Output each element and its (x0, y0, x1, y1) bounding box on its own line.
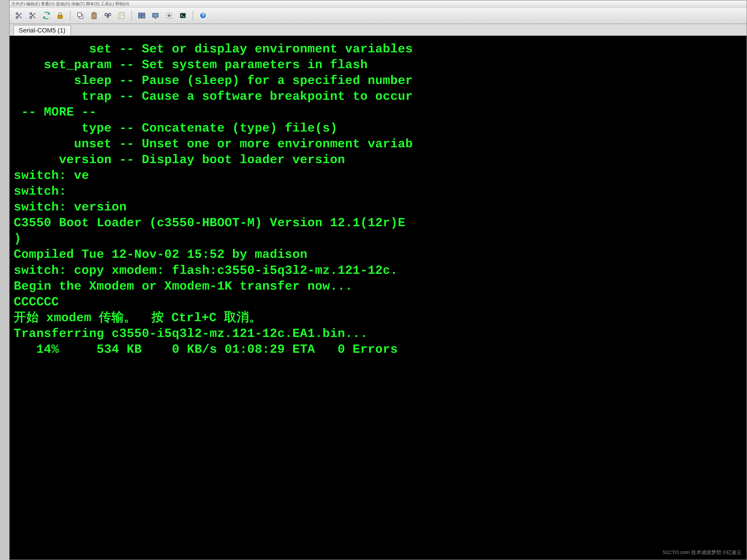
refresh-icon[interactable] (42, 11, 51, 20)
term-line: set_param -- Set system parameters in fl… (14, 57, 747, 73)
svg-rect-16 (152, 13, 158, 17)
svg-rect-18 (180, 13, 186, 18)
svg-point-0 (16, 12, 18, 15)
scissors-icon[interactable] (28, 11, 37, 20)
svg-point-9 (105, 13, 107, 16)
svg-rect-14 (138, 16, 141, 18)
svg-rect-12 (138, 13, 141, 15)
term-line: type -- Concatenate (type) file(s) (14, 120, 747, 136)
scissors-icon[interactable] (14, 11, 24, 20)
app-window: 文件(F) 编辑(E) 查看(V) 选项(O) 传输(T) 脚本(S) 工具(L… (9, 0, 747, 560)
term-line: 开始 xmodem 传输。 按 Ctrl+C 取消。 (14, 310, 747, 326)
menubar[interactable]: 文件(F) 编辑(E) 查看(V) 选项(O) 传输(T) 脚本(S) 工具(L… (9, 0, 747, 7)
screen-icon[interactable] (151, 11, 160, 20)
toolbar-separator (193, 10, 193, 21)
screens-icon[interactable] (137, 11, 147, 20)
term-line: set -- Set or display environment variab… (14, 41, 747, 57)
term-line: -- MORE -- (14, 104, 747, 120)
term-line: sleep -- Pause (sleep) for a specified n… (14, 73, 747, 88)
tabbar: Serial-COM5 (1) (9, 24, 747, 36)
svg-point-3 (30, 17, 32, 19)
term-line: 14% 534 KB 0 KB/s 01:08:29 ETA 0 Errors (14, 342, 747, 357)
toolbar-separator (70, 10, 71, 21)
svg-rect-6 (78, 12, 81, 17)
svg-rect-8 (93, 12, 95, 14)
terminal-output[interactable]: set -- Set or display environment variab… (9, 36, 747, 560)
term-line: ) (14, 231, 747, 247)
prompt-icon[interactable] (178, 11, 188, 20)
svg-point-10 (108, 13, 110, 16)
copy-icon[interactable] (76, 11, 85, 20)
term-line: switch: copy xmodem: flash:c3550-i5q3l2-… (14, 263, 747, 278)
term-line: C3550 Boot Loader (c3550-HBOOT-M) Versio… (14, 215, 747, 231)
svg-rect-13 (142, 13, 145, 15)
term-line: Begin the Xmodem or Xmodem-1K transfer n… (14, 278, 747, 294)
svg-point-1 (16, 17, 18, 19)
term-line: trap -- Cause a software breakpoint to o… (14, 88, 747, 104)
term-line: switch: ve (14, 168, 747, 184)
help-icon[interactable] (198, 11, 208, 20)
paste-icon[interactable] (89, 11, 99, 20)
tab-serial-com5[interactable]: Serial-COM5 (1) (13, 25, 71, 36)
tab-label: Serial-COM5 (1) (19, 27, 66, 34)
settings-icon[interactable] (164, 11, 174, 20)
lock-icon[interactable] (55, 11, 65, 20)
svg-rect-15 (142, 16, 145, 18)
term-line: Compiled Tue 12-Nov-02 15:52 by madison (14, 247, 747, 262)
notes-icon[interactable] (117, 11, 126, 20)
find-icon[interactable] (103, 11, 112, 20)
term-line: version -- Display boot loader version (14, 152, 747, 168)
term-line: unset -- Unset one or more environment v… (14, 136, 747, 152)
toolbar (9, 7, 747, 24)
watermark: 51CTO.com 技术成就梦想 ©亿速云 (663, 549, 742, 556)
svg-point-17 (168, 15, 170, 17)
term-line: Transferring c3550-i5q3l2-mz.121-12c.EA1… (14, 326, 747, 342)
svg-rect-4 (58, 15, 62, 19)
term-line: switch: version (14, 199, 747, 215)
term-line: switch: (14, 184, 747, 199)
svg-point-2 (30, 12, 32, 15)
term-line: CCCCCC (14, 294, 747, 310)
toolbar-separator (131, 10, 132, 21)
